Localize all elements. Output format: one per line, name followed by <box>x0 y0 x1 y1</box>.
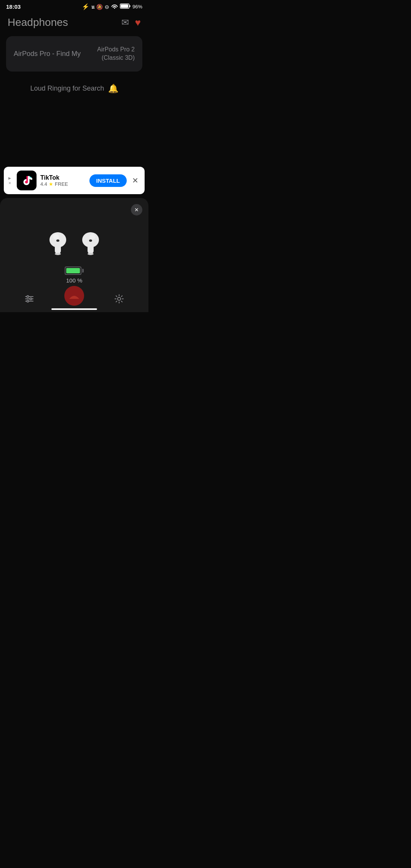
ad-info: TikTok 4.4 ★ FREE <box>40 174 86 187</box>
center-nav-icon <box>68 292 80 300</box>
page-title: Headphones <box>8 16 68 29</box>
airpods-image <box>43 213 106 259</box>
svg-rect-4 <box>55 242 61 254</box>
wifi-icon <box>111 3 118 10</box>
battery-info: 100 % <box>65 266 84 284</box>
svg-point-5 <box>55 253 61 255</box>
svg-point-17 <box>30 298 32 300</box>
sliders-icon <box>24 294 34 304</box>
ad-close-button[interactable]: ✕ <box>131 176 140 185</box>
svg-point-7 <box>56 239 59 242</box>
battery-body <box>65 266 81 275</box>
ad-install-button[interactable]: INSTALL <box>89 174 127 187</box>
battery-tip <box>82 269 84 273</box>
bell-icon: 🔔 <box>108 84 118 94</box>
battery-percent: 96% <box>132 4 142 10</box>
svg-point-16 <box>27 296 29 298</box>
ad-indicators: ▶ ✕ <box>8 176 11 185</box>
battery-percentage: 100 % <box>66 277 83 284</box>
svg-point-12 <box>89 239 92 242</box>
airpods-find-my-label: AirPods Pro - Find My <box>14 50 81 58</box>
ad-close-icon: ✕ <box>132 176 139 185</box>
status-time: 18:03 <box>6 3 21 10</box>
ad-app-name: TikTok <box>40 174 86 181</box>
heart-icon[interactable]: ♥ <box>135 17 141 29</box>
mute-icon: 🔕 <box>96 4 103 10</box>
ad-price: FREE <box>55 181 68 187</box>
dnd-icon: ⊖ <box>105 4 109 10</box>
svg-point-10 <box>88 253 94 255</box>
mail-icon[interactable]: ✉ <box>121 17 129 28</box>
ad-star-icon: ★ <box>49 181 53 187</box>
svg-rect-1 <box>121 5 128 8</box>
tiktok-logo-icon <box>19 173 34 188</box>
flash-icon: ⚡ <box>82 3 89 10</box>
svg-point-11 <box>89 234 96 239</box>
ad-banner[interactable]: ▶ ✕ TikTok 4.4 ★ FREE INSTALL ✕ <box>4 167 145 194</box>
svg-point-18 <box>27 300 29 302</box>
tiktok-app-icon <box>17 171 37 190</box>
ad-rating-value: 4.4 <box>40 181 47 187</box>
svg-rect-9 <box>88 242 94 254</box>
airpods-card[interactable]: AirPods Pro - Find My AirPods Pro 2(Clas… <box>6 36 142 72</box>
loud-ringing-row[interactable]: Loud Ringing for Search 🔔 <box>0 78 148 100</box>
gear-icon <box>114 294 124 304</box>
battery-visual <box>65 266 84 275</box>
close-icon: ✕ <box>134 207 139 213</box>
svg-point-6 <box>53 234 59 239</box>
status-icons: ⚡ 𝔲 🔕 ⊖ 96% <box>82 3 142 10</box>
ad-rating: 4.4 ★ FREE <box>40 181 86 187</box>
airpods-model-label: AirPods Pro 2(Classic 3D) <box>97 45 135 62</box>
svg-rect-2 <box>129 5 131 7</box>
home-indicator <box>51 308 97 310</box>
gear-nav-item[interactable] <box>111 290 127 307</box>
airpods-image-area: 100 % <box>0 206 148 284</box>
svg-point-19 <box>118 297 121 300</box>
battery-icon <box>120 3 131 10</box>
battery-fill <box>66 268 80 273</box>
center-nav-button[interactable] <box>64 286 84 306</box>
app-header: Headphones ✉ ♥ <box>0 12 148 35</box>
loud-ringing-label: Loud Ringing for Search <box>30 85 104 93</box>
sliders-nav-item[interactable] <box>21 290 38 307</box>
bottom-sheet-close-button[interactable]: ✕ <box>131 204 142 215</box>
bluetooth-icon: 𝔲 <box>91 3 94 10</box>
header-actions: ✉ ♥ <box>121 17 141 29</box>
status-bar: 18:03 ⚡ 𝔲 🔕 ⊖ 96% <box>0 0 148 12</box>
